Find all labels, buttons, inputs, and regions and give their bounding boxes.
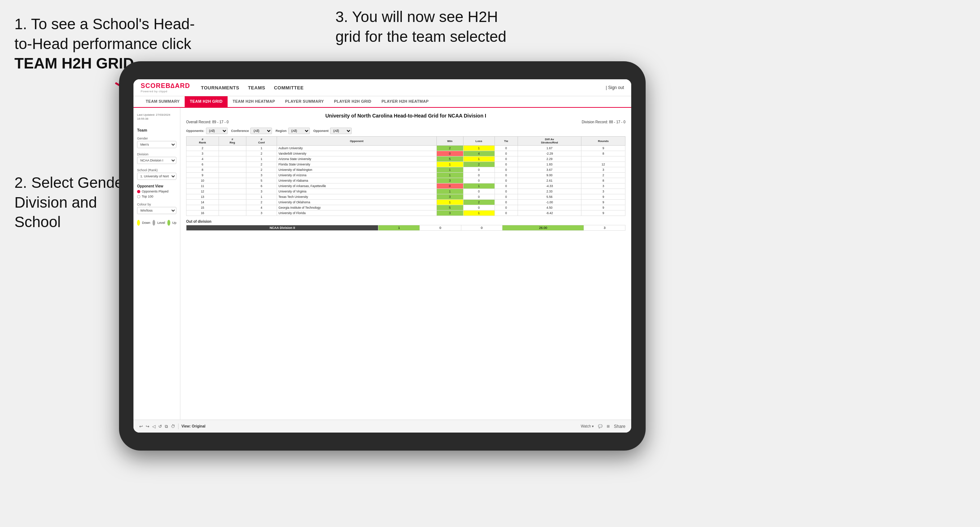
col-rank: #Rank [186, 137, 219, 146]
cell-reg [219, 184, 246, 189]
cell-tie: 0 [495, 151, 518, 156]
radio-opponents-played[interactable]: Opponents Played [137, 190, 177, 193]
out-of-division-table: NCAA Division II 1 0 0 26.00 3 [186, 225, 625, 231]
cell-diff: 5.56 [518, 194, 581, 200]
undo-icon[interactable]: ↩ [139, 424, 143, 429]
cell-win: 3 [436, 178, 463, 184]
cell-diff: 2.61 [518, 178, 581, 184]
logo-subtitle: Powered by clippd [141, 90, 167, 93]
filter-opponent-select[interactable]: (All) [330, 128, 352, 134]
subnav-team-summary[interactable]: TEAM SUMMARY [141, 96, 185, 107]
col-rounds: Rounds [581, 137, 625, 146]
bottom-toolbar: ↩ ↪ ◁ ↺ ⧉ ⏱ View: Original Watch ▾ 💬 ⊞ S… [134, 419, 631, 433]
table-row: 16 3 University of Florida 3 1 0 -6.42 9 [186, 211, 625, 216]
out-rounds-cell: 3 [584, 225, 625, 231]
grid-area: University of North Carolina Head-to-Hea… [180, 108, 631, 419]
cell-tie: 0 [495, 184, 518, 189]
filter-region-select[interactable]: (All) [288, 128, 310, 134]
school-select[interactable]: 1. University of Nort... [137, 173, 177, 180]
cell-tie: 0 [495, 205, 518, 211]
out-loss-cell: 0 [420, 225, 461, 231]
cell-tie: 0 [495, 211, 518, 216]
subnav-player-h2h-heatmap[interactable]: PLAYER H2H HEATMAP [377, 96, 434, 107]
gender-select[interactable]: Men's [137, 141, 177, 148]
view-label[interactable]: View: Original [181, 424, 205, 428]
cell-conf: 1 [246, 146, 277, 151]
cell-rank: 4 [186, 156, 219, 162]
cell-rounds: 3 [581, 189, 625, 194]
cell-win: 0 [436, 184, 463, 189]
cell-conf: 2 [246, 167, 277, 173]
copy-icon[interactable]: ⧉ [165, 424, 168, 429]
cell-rounds: 12 [581, 162, 625, 167]
cell-rank: 12 [186, 189, 219, 194]
subnav-team-h2h-heatmap[interactable]: TEAM H2H HEATMAP [228, 96, 280, 107]
filter-opponents: Opponents: (All) [186, 128, 228, 134]
subnav-team-h2h-grid[interactable]: TEAM H2H GRID [185, 96, 228, 107]
cell-loss: 0 [463, 167, 495, 173]
redo-icon[interactable]: ↪ [146, 424, 150, 429]
radio-top100[interactable]: Top 100 [137, 195, 177, 198]
cell-tie: 0 [495, 167, 518, 173]
col-conf: #Conf [246, 137, 277, 146]
legend-level-dot [153, 220, 156, 225]
gender-section: Gender Men's [137, 137, 177, 148]
cell-reg [219, 200, 246, 205]
filter-opponent: Opponent (All) [313, 128, 352, 134]
cell-conf: 3 [246, 173, 277, 178]
table-row: 13 1 Texas Tech University 3 0 0 5.56 9 [186, 194, 625, 200]
division-select[interactable]: NCAA Division I [137, 157, 177, 164]
filter-opponents-select[interactable]: (All) [206, 128, 228, 134]
cell-win: 1 [436, 162, 463, 167]
cell-loss: 1 [463, 184, 495, 189]
cell-reg [219, 194, 246, 200]
cell-reg [219, 146, 246, 151]
cell-diff: 2.29 [518, 156, 581, 162]
sign-out-button[interactable]: | Sign out [606, 85, 624, 90]
cell-opponent: University of Virginia [277, 189, 436, 194]
subnav-player-summary[interactable]: PLAYER SUMMARY [280, 96, 329, 107]
refresh-icon[interactable]: ↺ [158, 424, 162, 429]
filter-region-label: Region [275, 129, 287, 133]
cell-opponent: University of Alabama [277, 178, 436, 184]
nav-tournaments[interactable]: TOURNAMENTS [201, 84, 239, 92]
clock-icon[interactable]: ⏱ [171, 424, 175, 429]
filter-conference-select[interactable]: (All) [250, 128, 272, 134]
watch-button[interactable]: Watch ▾ [581, 424, 594, 428]
col-loss: Loss [463, 137, 495, 146]
cell-win: 5 [436, 156, 463, 162]
cell-win: 1 [436, 167, 463, 173]
table-row: 12 3 University of Virginia 1 0 0 2.33 3 [186, 189, 625, 194]
cell-opponent: University of Arizona [277, 173, 436, 178]
comment-icon[interactable]: 💬 [598, 424, 602, 428]
record-row: Overall Record: 89 - 17 - 0 Division Rec… [186, 120, 625, 124]
cell-conf: 5 [246, 178, 277, 184]
cell-opponent: Vanderbilt University [277, 151, 436, 156]
nav-teams[interactable]: TEAMS [248, 84, 265, 92]
toolbar-right: Watch ▾ 💬 ⊞ Share [581, 424, 625, 429]
cell-tie: 0 [495, 146, 518, 151]
cell-diff: 4.50 [518, 205, 581, 211]
cell-loss: 0 [463, 178, 495, 184]
back-icon[interactable]: ◁ [152, 424, 156, 429]
colour-by-select[interactable]: Win/loss [137, 207, 177, 214]
team-label: Team [137, 128, 177, 132]
nav-committee[interactable]: COMMITTEE [274, 84, 304, 92]
toolbar-sep [178, 424, 178, 429]
filter-row: Opponents: (All) Conference (All) Region [186, 128, 625, 134]
cell-rank: 6 [186, 162, 219, 167]
grid-icon[interactable]: ⊞ [607, 424, 609, 428]
cell-rank: 9 [186, 173, 219, 178]
cell-reg [219, 173, 246, 178]
share-button[interactable]: Share [614, 424, 625, 429]
grid-title: University of North Carolina Head-to-Hea… [186, 113, 625, 119]
cell-reg [219, 162, 246, 167]
out-tie-cell: 0 [461, 225, 503, 231]
cell-conf: 3 [246, 211, 277, 216]
cell-tie: 0 [495, 162, 518, 167]
cell-loss: 0 [463, 173, 495, 178]
cell-opponent: University of Washington [277, 167, 436, 173]
gender-label: Gender [137, 137, 177, 140]
cell-tie: 0 [495, 189, 518, 194]
subnav-player-h2h-grid[interactable]: PLAYER H2H GRID [329, 96, 377, 107]
